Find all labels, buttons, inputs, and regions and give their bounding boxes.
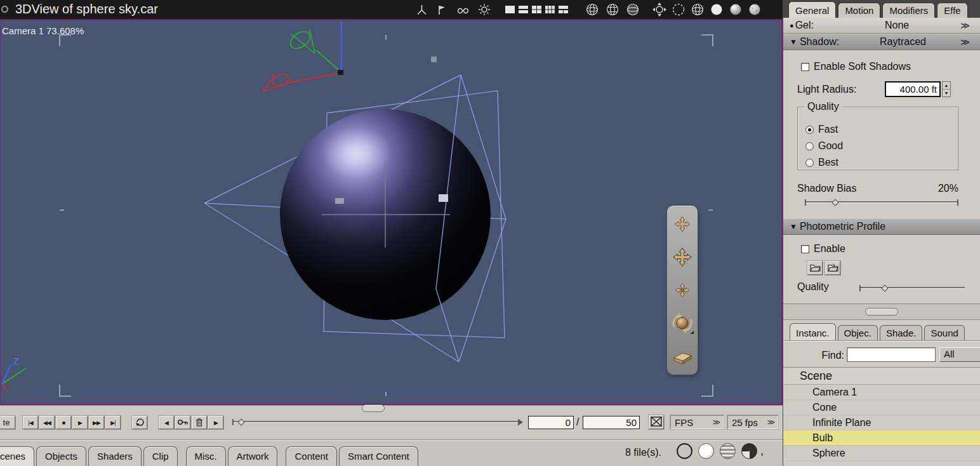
timeline-scrubber[interactable] (232, 418, 519, 427)
grid-6-pane-icon[interactable] (545, 5, 555, 14)
ring-sphere-icon[interactable] (677, 443, 692, 459)
bias-slider-thumb[interactable] (831, 199, 838, 206)
stepper-up-icon[interactable]: ▲ (943, 82, 950, 90)
list-item-infinite-plane[interactable]: Infinite Plane (783, 415, 980, 430)
photometric-enable-checkbox[interactable] (801, 245, 809, 253)
open-profile-alt-button[interactable] (825, 261, 840, 275)
viewport-splitter-handle[interactable] (362, 404, 385, 412)
flat-sphere-icon[interactable] (710, 3, 724, 17)
tab-shaders[interactable]: Shaders (88, 446, 142, 466)
textured-sphere-icon[interactable] (748, 3, 762, 17)
shadow-collapse-triangle-icon[interactable]: ▼ (790, 37, 797, 46)
shadow-collapse-icon[interactable]: ≫ (960, 37, 970, 47)
shaded-sphere-icon[interactable] (729, 3, 743, 17)
tab-clip[interactable]: Clip (143, 446, 178, 466)
camera-gizmo[interactable] (263, 22, 343, 91)
pq-slider-thumb[interactable] (881, 284, 888, 291)
loop-button[interactable] (132, 416, 147, 429)
panel-splitter[interactable] (783, 303, 980, 320)
quarter-sphere-icon[interactable] (741, 443, 757, 459)
tab-artwork[interactable]: Artwork (228, 446, 278, 466)
scene-root-item[interactable]: Scene (783, 367, 980, 385)
stepper-down-icon[interactable]: ▼ (943, 90, 950, 97)
window-icon[interactable] (1, 6, 8, 13)
mixed-pane-icon[interactable] (558, 5, 569, 14)
orbit-tool-button[interactable] (668, 310, 696, 339)
globe-lined-icon[interactable] (606, 3, 619, 17)
bias-slider-track[interactable] (805, 201, 958, 203)
scrubber-thumb[interactable] (237, 418, 244, 425)
flag-icon[interactable] (436, 4, 448, 16)
step-back-button[interactable]: ◀◀ (39, 416, 55, 429)
total-frames-field[interactable]: 50 (583, 416, 640, 429)
tab-effects[interactable]: Effe (937, 3, 967, 18)
scene-canvas[interactable]: Z (1, 20, 781, 404)
radio-best-icon[interactable] (805, 159, 814, 167)
tab-scenes[interactable]: cenes (0, 446, 34, 466)
orbit-camera-icon[interactable] (652, 3, 666, 17)
striped-sphere-icon[interactable] (720, 443, 736, 459)
gel-collapse-icon[interactable]: ≫ (960, 20, 970, 30)
photometric-section-header[interactable]: ▼ Photometric Profile (783, 218, 980, 235)
dashed-circle-icon[interactable] (672, 3, 685, 17)
quality-option-good[interactable]: Good (805, 140, 843, 152)
tab-smart-content[interactable]: Smart Content (339, 446, 418, 466)
dolly-tool-button[interactable] (668, 244, 696, 273)
quality-option-best[interactable]: Best (805, 157, 838, 168)
axes-icon[interactable] (416, 4, 428, 16)
wireframe-sphere-icon[interactable] (691, 3, 705, 17)
photometric-quality-slider[interactable] (859, 284, 965, 293)
tab-shaders-browser[interactable]: Shade. (880, 325, 923, 340)
globe-shaded-icon[interactable] (626, 3, 640, 17)
add-key-button[interactable] (175, 416, 190, 429)
sun-icon[interactable] (478, 3, 491, 16)
animate-toggle-button[interactable]: te (0, 416, 15, 429)
stop-button[interactable]: ■ (56, 416, 71, 429)
glasses-icon[interactable] (456, 4, 470, 16)
photometric-collapse-triangle-icon[interactable]: ▼ (790, 222, 797, 231)
viewport-3d[interactable]: Z Camera 1 73.608% (0, 19, 783, 405)
open-profile-button[interactable] (807, 261, 823, 275)
single-pane-icon[interactable] (505, 5, 515, 14)
tab-sound[interactable]: Sound (924, 325, 964, 340)
gel-section-header[interactable]: ● Gel: None ≫ (783, 18, 980, 34)
list-item-cone[interactable]: Cone (783, 400, 980, 415)
next-key-button[interactable]: ▶ (208, 416, 223, 429)
list-item-sphere[interactable]: Sphere (783, 446, 980, 461)
soft-shadows-checkbox[interactable] (801, 63, 809, 71)
shadow-bias-slider[interactable] (805, 198, 958, 207)
no-preview-button[interactable] (649, 415, 664, 429)
fps-rate-dropdown[interactable]: 25 fps ≫ (727, 415, 778, 429)
step-forward-button[interactable]: ▶▶ (89, 416, 104, 429)
find-input[interactable] (847, 347, 936, 362)
shadow-section-header[interactable]: ▼ Shadow: Raytraced ≫ (783, 34, 980, 50)
gel-value[interactable]: None (885, 20, 909, 31)
shadow-type-value[interactable]: Raytraced (880, 36, 926, 48)
radio-fast-icon[interactable] (805, 126, 814, 134)
white-sphere-icon[interactable] (698, 443, 714, 459)
go-to-start-button[interactable]: |◀ (23, 416, 38, 429)
tab-modifiers[interactable]: Modifiers (882, 3, 935, 18)
go-to-end-button[interactable]: ▶| (105, 416, 121, 429)
panel-splitter-handle[interactable] (865, 308, 898, 316)
fps-mode-dropdown[interactable]: FPS ≫ (670, 415, 724, 429)
filter-dropdown[interactable]: All (939, 347, 980, 362)
light-radius-field[interactable]: 400.00 ft (885, 81, 941, 97)
tab-content[interactable]: Content (286, 446, 337, 466)
delete-key-button[interactable] (192, 416, 207, 429)
current-frame-field[interactable]: 0 (528, 416, 574, 429)
track-tool-button[interactable] (668, 277, 696, 306)
previous-key-button[interactable]: ◀ (159, 416, 174, 429)
radio-good-icon[interactable] (805, 142, 814, 150)
light-radius-stepper[interactable]: ▲ ▼ (942, 81, 951, 97)
split-horizontal-icon[interactable] (518, 5, 529, 14)
pan-tool-button[interactable] (668, 211, 696, 240)
list-item-bulb[interactable]: Bulb (783, 430, 980, 446)
play-button[interactable]: ▶ (72, 416, 88, 429)
quality-option-fast[interactable]: Fast (805, 124, 838, 135)
bank-tool-button[interactable] (668, 343, 696, 372)
tab-motion[interactable]: Motion (838, 3, 880, 18)
pq-slider-track[interactable] (859, 287, 965, 289)
tab-instances[interactable]: Instanc. (790, 323, 836, 340)
globe-wire-icon[interactable] (585, 3, 599, 17)
